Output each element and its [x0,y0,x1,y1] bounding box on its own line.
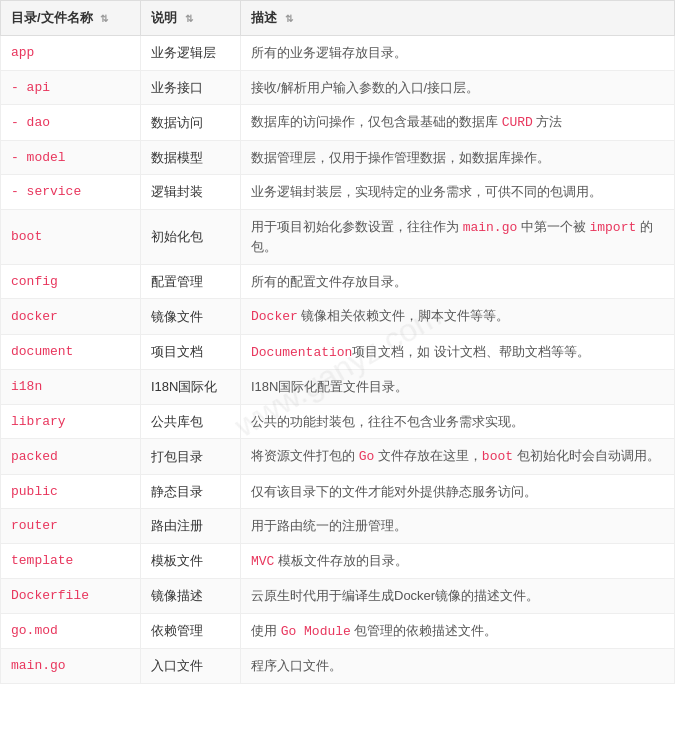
cell-desc-long: 将资源文件打包的 Go 文件存放在这里，boot 包初始化时会自动调用。 [241,439,675,475]
cell-desc-long: 数据库的访问操作，仅包含最基础的数据库 CURD 方法 [241,105,675,141]
cell-desc-short: 业务逻辑层 [141,36,241,71]
cell-desc-short: 依赖管理 [141,613,241,649]
cell-name: packed [1,439,141,475]
cell-desc-short: 初始化包 [141,209,241,264]
cell-desc-short: I18N国际化 [141,370,241,405]
table-row: - service逻辑封装业务逻辑封装层，实现特定的业务需求，可供不同的包调用。 [1,175,675,210]
table-body: app业务逻辑层所有的业务逻辑存放目录。- api业务接口接收/解析用户输入参数… [1,36,675,684]
cell-desc-long: Documentation项目文档，如 设计文档、帮助文档等等。 [241,334,675,370]
table-row: app业务逻辑层所有的业务逻辑存放目录。 [1,36,675,71]
cell-name: go.mod [1,613,141,649]
table-row: docker镜像文件Docker 镜像相关依赖文件，脚本文件等等。 [1,299,675,335]
highlight-word: Docker [251,309,298,324]
table-row: main.go入口文件程序入口文件。 [1,649,675,684]
cell-desc-long: Docker 镜像相关依赖文件，脚本文件等等。 [241,299,675,335]
cell-desc-short: 逻辑封装 [141,175,241,210]
cell-desc-long: 所有的配置文件存放目录。 [241,264,675,299]
cell-desc-long: 所有的业务逻辑存放目录。 [241,36,675,71]
cell-desc-long: 程序入口文件。 [241,649,675,684]
cell-desc-long: 使用 Go Module 包管理的依赖描述文件。 [241,613,675,649]
table-row: template模板文件MVC 模板文件存放的目录。 [1,543,675,579]
sort-icon-name: ⇅ [100,13,108,24]
header-row: 目录/文件名称 ⇅ 说明 ⇅ 描述 ⇅ [1,1,675,36]
cell-desc-long: 云原生时代用于编译生成Docker镜像的描述文件。 [241,579,675,614]
cell-name: library [1,404,141,439]
cell-desc-short: 静态目录 [141,474,241,509]
cell-name: template [1,543,141,579]
table-row: config配置管理所有的配置文件存放目录。 [1,264,675,299]
highlight-word: main.go [463,220,518,235]
cell-desc-long: 数据管理层，仅用于操作管理数据，如数据库操作。 [241,140,675,175]
sort-icon-desc-long: ⇅ [285,13,293,24]
cell-desc-short: 配置管理 [141,264,241,299]
cell-desc-short: 打包目录 [141,439,241,475]
col-desc-long-label: 描述 [251,10,277,25]
table-row: library公共库包公共的功能封装包，往往不包含业务需求实现。 [1,404,675,439]
highlight-word: boot [482,449,513,464]
cell-desc-long: 业务逻辑封装层，实现特定的业务需求，可供不同的包调用。 [241,175,675,210]
highlight-word: Documentation [251,345,352,360]
highlight-word: import [589,220,636,235]
table-row: document项目文档Documentation项目文档，如 设计文档、帮助文… [1,334,675,370]
cell-desc-short: 数据模型 [141,140,241,175]
cell-desc-short: 业务接口 [141,70,241,105]
col-name-label: 目录/文件名称 [11,10,93,25]
table-row: Dockerfile镜像描述云原生时代用于编译生成Docker镜像的描述文件。 [1,579,675,614]
sort-icon-desc-short: ⇅ [185,13,193,24]
cell-name: - dao [1,105,141,141]
cell-desc-long: I18N国际化配置文件目录。 [241,370,675,405]
col-desc-short-label: 说明 [151,10,177,25]
table-header: 目录/文件名称 ⇅ 说明 ⇅ 描述 ⇅ [1,1,675,36]
col-description-long[interactable]: 描述 ⇅ [241,1,675,36]
cell-desc-short: 入口文件 [141,649,241,684]
cell-name: config [1,264,141,299]
table-row: i18nI18N国际化I18N国际化配置文件目录。 [1,370,675,405]
highlight-word: CURD [502,115,533,130]
table-row: router路由注册用于路由统一的注册管理。 [1,509,675,544]
cell-desc-short: 模板文件 [141,543,241,579]
cell-desc-short: 镜像文件 [141,299,241,335]
highlight-word: MVC [251,554,274,569]
cell-desc-long: MVC 模板文件存放的目录。 [241,543,675,579]
cell-name: router [1,509,141,544]
cell-name: public [1,474,141,509]
table-row: go.mod依赖管理使用 Go Module 包管理的依赖描述文件。 [1,613,675,649]
cell-desc-short: 项目文档 [141,334,241,370]
highlight-word: Go [359,449,375,464]
table-row: public静态目录仅有该目录下的文件才能对外提供静态服务访问。 [1,474,675,509]
highlight-word: Go Module [281,624,351,639]
table-row: boot初始化包用于项目初始化参数设置，往往作为 main.go 中第一个被 i… [1,209,675,264]
col-name[interactable]: 目录/文件名称 ⇅ [1,1,141,36]
cell-name: i18n [1,370,141,405]
cell-name: - model [1,140,141,175]
table-row: packed打包目录将资源文件打包的 Go 文件存放在这里，boot 包初始化时… [1,439,675,475]
cell-name: app [1,36,141,71]
cell-desc-short: 镜像描述 [141,579,241,614]
cell-desc-long: 用于路由统一的注册管理。 [241,509,675,544]
cell-name: main.go [1,649,141,684]
cell-name: docker [1,299,141,335]
cell-desc-long: 公共的功能封装包，往往不包含业务需求实现。 [241,404,675,439]
cell-name: - api [1,70,141,105]
cell-desc-long: 接收/解析用户输入参数的入口/接口层。 [241,70,675,105]
cell-name: boot [1,209,141,264]
cell-name: - service [1,175,141,210]
col-description-short[interactable]: 说明 ⇅ [141,1,241,36]
cell-name: document [1,334,141,370]
cell-desc-short: 路由注册 [141,509,241,544]
main-table: 目录/文件名称 ⇅ 说明 ⇅ 描述 ⇅ app业务逻辑层所有的业务逻辑存放目录。… [0,0,675,684]
table-row: - model数据模型数据管理层，仅用于操作管理数据，如数据库操作。 [1,140,675,175]
cell-desc-long: 仅有该目录下的文件才能对外提供静态服务访问。 [241,474,675,509]
table-row: - dao数据访问数据库的访问操作，仅包含最基础的数据库 CURD 方法 [1,105,675,141]
cell-name: Dockerfile [1,579,141,614]
cell-desc-long: 用于项目初始化参数设置，往往作为 main.go 中第一个被 import 的包… [241,209,675,264]
cell-desc-short: 公共库包 [141,404,241,439]
table-row: - api业务接口接收/解析用户输入参数的入口/接口层。 [1,70,675,105]
cell-desc-short: 数据访问 [141,105,241,141]
